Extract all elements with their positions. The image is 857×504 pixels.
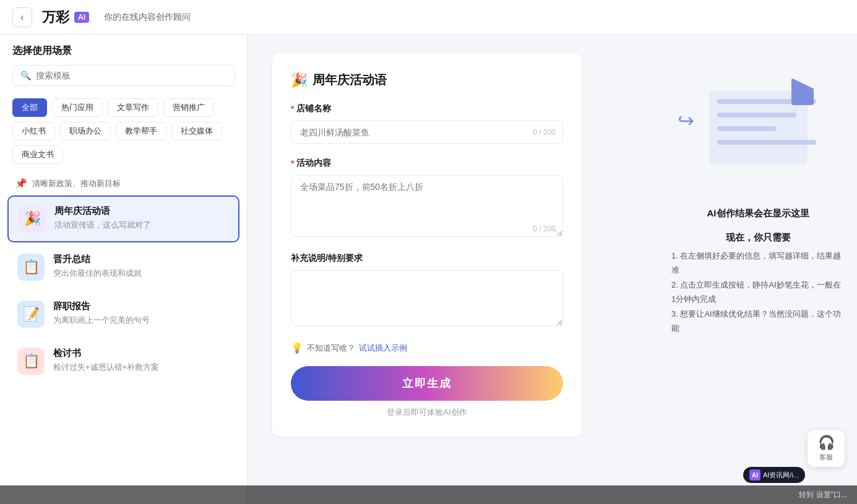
label-supplement: 补充说明/特别要求 bbox=[291, 253, 563, 264]
hint-link[interactable]: 试试插入示例 bbox=[359, 343, 407, 354]
illustration-subtitle: 现在，你只需要 bbox=[671, 232, 845, 244]
label-store-name: * 店铺名称 bbox=[291, 103, 563, 114]
field-store-name: * 店铺名称 0 / 200 bbox=[291, 103, 563, 144]
hint-text: 不知道写啥？ bbox=[307, 343, 355, 354]
form-title-icon: 🎉 bbox=[291, 72, 308, 88]
label-activity-text: 活动内容 bbox=[296, 158, 331, 169]
template-name-review: 检讨书 bbox=[53, 348, 230, 359]
sidebar-title: 选择使用场景 bbox=[12, 45, 235, 58]
bottom-bar: AI AI资讯网/i... 转到 设置"口... bbox=[0, 485, 857, 504]
textarea-wrap-supplement bbox=[291, 270, 563, 328]
back-icon: ‹ bbox=[20, 12, 24, 23]
template-item-promotion[interactable]: 📋 晋升总结 突出你最佳的表现和成就 bbox=[7, 245, 239, 289]
illustration-text-block: AI创作结果会在显示这里 现在，你只需要 1. 在左侧填好必要的信息，填写越详细… bbox=[671, 195, 845, 335]
template-name-resignation: 辞职报告 bbox=[53, 301, 230, 312]
template-item-anniversary[interactable]: 🎉 周年庆活动语 活动宣传语，这么写就对了 bbox=[7, 195, 239, 242]
promo-icon: 📌 bbox=[15, 177, 27, 189]
ai-watermark-text: AI资讯网/i... bbox=[763, 471, 799, 480]
tag-article[interactable]: 文章写作 bbox=[108, 98, 158, 117]
hint-icon: 💡 bbox=[291, 342, 303, 354]
doc-line-4 bbox=[717, 140, 816, 145]
logo-text: 万彩 bbox=[42, 8, 69, 27]
template-info-anniversary: 周年庆活动语 活动宣传语，这么写就对了 bbox=[54, 205, 228, 231]
logo-ai-badge: AI bbox=[74, 12, 89, 23]
tag-business[interactable]: 商业文书 bbox=[12, 145, 63, 164]
illustration-step-1: 1. 在左侧填好必要的信息，填写越详细，结果越准 bbox=[671, 249, 845, 278]
login-hint: 登录后即可体验AI创作 bbox=[291, 407, 563, 418]
required-star-activity: * bbox=[291, 158, 294, 168]
form-title: 🎉 周年庆活动语 bbox=[291, 72, 563, 88]
template-name-promotion: 晋升总结 bbox=[53, 254, 230, 265]
bottom-bar-content: AI AI资讯网/i... 转到 设置"口... bbox=[799, 490, 847, 500]
doc-line-3 bbox=[717, 126, 777, 131]
generate-button[interactable]: 立即生成 bbox=[291, 366, 563, 401]
textarea-wrap-activity: 0 / 200 ⤡ bbox=[291, 175, 563, 239]
label-supplement-text: 补充说明/特别要求 bbox=[291, 253, 363, 264]
template-list: 📌 清晰新政策、推动新目标 🎉 周年庆活动语 活动宣传语，这么写就对了 📋 晋升… bbox=[0, 171, 247, 504]
tag-office[interactable]: 职场办公 bbox=[60, 122, 111, 140]
label-activity-content: * 活动内容 bbox=[291, 158, 563, 169]
char-count-activity: 0 / 200 bbox=[533, 224, 556, 233]
search-icon: 🔍 bbox=[20, 70, 31, 80]
template-info-resignation: 辞职报告 为离职画上一个完美的句号 bbox=[53, 301, 230, 326]
template-item-review[interactable]: 📋 检讨书 检讨过失+诚恩认错+补救方案 bbox=[7, 339, 239, 383]
ai-watermark-badge: AI AI资讯网/i... bbox=[743, 467, 805, 483]
textarea-activity-content[interactable] bbox=[291, 175, 563, 237]
template-icon-review: 📋 bbox=[17, 348, 45, 375]
tags-area: 全部 热门应用 文章写作 营销推广 小红书 职场办公 教学帮手 社交媒体 商业文… bbox=[0, 93, 247, 171]
bottom-bar-text: 转到 设置"口... bbox=[799, 490, 847, 500]
template-desc-promotion: 突出你最佳的表现和成就 bbox=[53, 268, 230, 279]
header-subtitle: 你的在线内容创作顾问 bbox=[104, 12, 191, 23]
content-area: 🎉 周年庆活动语 * 店铺名称 0 / 200 * 活动内容 bbox=[248, 35, 659, 504]
tag-hot[interactable]: 热门应用 bbox=[52, 98, 103, 117]
tag-marketing[interactable]: 营销推广 bbox=[163, 98, 214, 117]
form-card: 🎉 周年庆活动语 * 店铺名称 0 / 200 * 活动内容 bbox=[272, 53, 582, 437]
label-store-name-text: 店铺名称 bbox=[296, 103, 331, 114]
illustration-step-2: 2. 点击立即生成按钮，静待AI妙笔生花，一般在1分钟内完成 bbox=[671, 278, 845, 307]
search-input[interactable] bbox=[36, 70, 226, 80]
template-desc-anniversary: 活动宣传语，这么写就对了 bbox=[54, 220, 228, 231]
template-desc-review: 检讨过失+诚恩认错+补救方案 bbox=[53, 362, 230, 373]
back-button[interactable]: ‹ bbox=[12, 7, 32, 27]
sidebar: 选择使用场景 🔍 全部 热门应用 文章写作 营销推广 小红书 职场办公 教学帮手… bbox=[0, 35, 248, 504]
ai-badge-icon: AI bbox=[749, 469, 760, 481]
main-layout: 选择使用场景 🔍 全部 热门应用 文章写作 营销推广 小红书 职场办公 教学帮手… bbox=[0, 35, 857, 504]
promo-text: 清晰新政策、推动新目标 bbox=[32, 178, 121, 189]
required-star-store: * bbox=[291, 104, 294, 114]
doc-corner bbox=[791, 78, 814, 105]
template-icon-anniversary: 🎉 bbox=[19, 205, 46, 233]
customer-service-icon: 🎧 bbox=[818, 435, 835, 451]
form-title-text: 周年庆活动语 bbox=[312, 72, 387, 88]
resize-handle: ⤡ bbox=[554, 228, 561, 237]
illustration-graphic: ↩ bbox=[696, 78, 820, 177]
search-box: 🔍 bbox=[12, 65, 235, 86]
template-item-resignation[interactable]: 📝 辞职报告 为离职画上一个完美的句号 bbox=[7, 292, 239, 336]
customer-service-label: 客服 bbox=[819, 453, 833, 462]
illustration-step-3: 3. 想要让AI继续优化结果？当然没问题，这个功能 bbox=[671, 307, 845, 336]
promo-item: 📌 清晰新政策、推动新目标 bbox=[7, 171, 239, 195]
template-name-anniversary: 周年庆活动语 bbox=[54, 205, 228, 217]
field-activity-content: * 活动内容 0 / 200 ⤡ bbox=[291, 158, 563, 239]
template-info-review: 检讨书 检讨过失+诚恩认错+补救方案 bbox=[53, 348, 230, 373]
tag-xiaohongshu[interactable]: 小红书 bbox=[12, 122, 55, 140]
input-store-name[interactable] bbox=[291, 121, 563, 144]
header: ‹ 万彩 AI 你的在线内容创作顾问 bbox=[0, 0, 857, 35]
hint-row[interactable]: 💡 不知道写啥？ 试试插入示例 bbox=[291, 342, 563, 354]
tag-all[interactable]: 全部 bbox=[12, 98, 47, 117]
template-icon-resignation: 📝 bbox=[17, 301, 45, 328]
tag-teaching[interactable]: 教学帮手 bbox=[116, 122, 166, 140]
textarea-supplement[interactable] bbox=[291, 270, 563, 326]
field-supplement: 补充说明/特别要求 bbox=[291, 253, 563, 328]
char-count-store: 0 / 200 bbox=[533, 128, 556, 137]
logo-area: 万彩 AI bbox=[42, 8, 89, 27]
doc-line-2 bbox=[717, 113, 796, 117]
template-desc-resignation: 为离职画上一个完美的句号 bbox=[53, 315, 230, 326]
template-icon-promotion: 📋 bbox=[17, 254, 45, 281]
customer-service-button[interactable]: 🎧 客服 bbox=[807, 430, 845, 467]
illustration-steps: 1. 在左侧填好必要的信息，填写越详细，结果越准 2. 点击立即生成按钮，静待A… bbox=[671, 249, 845, 335]
illustration-title: AI创作结果会在显示这里 bbox=[671, 208, 845, 220]
template-info-promotion: 晋升总结 突出你最佳的表现和成就 bbox=[53, 254, 230, 279]
sidebar-header: 选择使用场景 🔍 bbox=[0, 35, 247, 93]
tag-social[interactable]: 社交媒体 bbox=[171, 122, 222, 140]
illustration-arrow: ↩ bbox=[678, 109, 694, 132]
